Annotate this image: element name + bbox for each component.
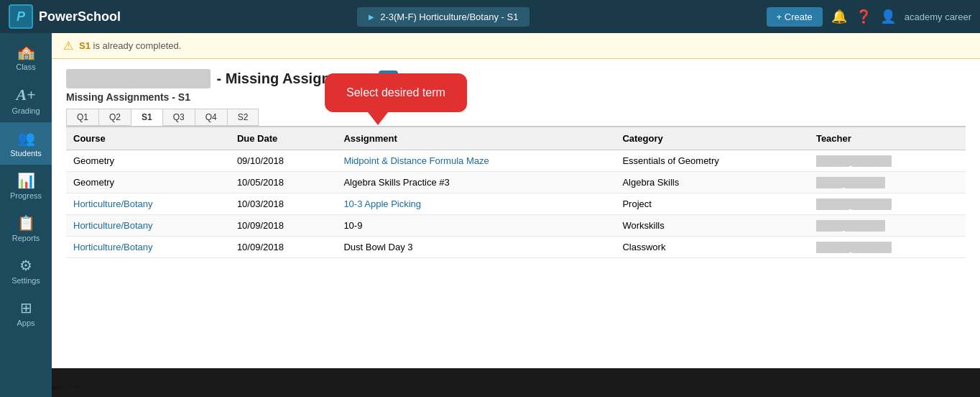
col-header-category: Category xyxy=(615,127,808,150)
cell-assignment[interactable]: Midpoint & Distance Formula Maze xyxy=(336,150,615,172)
table-row: Geometry10/05/2018Algebra Skills Practic… xyxy=(66,172,966,193)
cell-category: Workskills xyxy=(615,215,808,237)
cell-course[interactable]: Horticulture/Botany xyxy=(66,193,230,215)
col-header-duedate: Due Date xyxy=(230,127,337,150)
cell-category: Classwork xyxy=(615,237,808,258)
sidebar-label-reports: Reports xyxy=(12,234,40,242)
warning-bold: S1 xyxy=(79,40,91,51)
term-tab-q2[interactable]: Q2 xyxy=(98,109,131,126)
cell-teacher: █████ ██████ xyxy=(809,193,966,215)
cell-due-date: 10/05/2018 xyxy=(230,172,337,193)
apps-icon: ⊞ xyxy=(20,299,32,316)
class-icon: 🏫 xyxy=(17,43,35,60)
class-selector-button[interactable]: ▶ 2-3(M-F) Horticulture/Botany - S1 xyxy=(357,7,530,27)
cell-course[interactable]: Horticulture/Botany xyxy=(66,237,230,258)
create-button[interactable]: + Create xyxy=(767,7,823,27)
cell-course: Geometry xyxy=(66,172,230,193)
cell-course[interactable]: Horticulture/Botany xyxy=(66,215,230,237)
sidebar-label-progress: Progress xyxy=(10,191,42,200)
sidebar-item-grading[interactable]: A+ Grading xyxy=(0,78,52,122)
class-selector-area: ▶ 2-3(M-F) Horticulture/Botany - S1 xyxy=(128,7,759,27)
term-tab-q4[interactable]: Q4 xyxy=(195,109,227,126)
sidebar-item-reports[interactable]: 📋 Reports xyxy=(0,207,52,250)
class-selector-label: 2-3(M-F) Horticulture/Botany - S1 xyxy=(380,12,518,22)
cell-assignment: Dust Bowl Day 3 xyxy=(336,237,615,258)
play-icon: ▶ xyxy=(369,13,374,21)
sidebar-item-class[interactable]: 🏫 Class xyxy=(0,36,52,78)
user-label: academy career xyxy=(905,12,971,22)
warning-text: S1 is already completed. xyxy=(79,40,181,51)
sidebar-label-settings: Settings xyxy=(11,276,40,285)
table-header: Course Due Date Assignment Category Teac… xyxy=(66,127,966,150)
notifications-icon[interactable]: 🔔 xyxy=(831,9,847,24)
cell-assignment: Algebra Skills Practice #3 xyxy=(336,172,615,193)
col-header-course: Course xyxy=(66,127,230,150)
sidebar-label-apps: Apps xyxy=(17,319,34,327)
mountain-bar xyxy=(52,368,980,397)
grading-icon: A+ xyxy=(16,86,35,104)
warning-icon: ⚠ xyxy=(63,39,73,53)
table-row: Horticulture/Botany10/03/201810-3 Apple … xyxy=(66,193,966,215)
main-content: ⚠ S1 is already completed. Select desire… xyxy=(52,33,980,397)
app-name: PowerSchool xyxy=(39,9,121,24)
page-title-row: ██████ █████ - Missing Assignments ▾ xyxy=(66,69,966,88)
term-tab-s2[interactable]: S2 xyxy=(227,109,259,126)
cell-teacher: █████ ██████ xyxy=(809,237,966,258)
warning-banner: ⚠ S1 is already completed. xyxy=(52,33,980,59)
cell-assignment: 10-9 xyxy=(336,215,615,237)
cell-teacher: ████ ██████ xyxy=(809,215,966,237)
cell-course: Geometry xyxy=(66,150,230,172)
cell-teacher: ████ ██████ xyxy=(809,172,966,193)
sidebar-item-apps[interactable]: ⊞ Apps xyxy=(0,292,52,334)
assignments-table: Course Due Date Assignment Category Teac… xyxy=(66,126,966,258)
user-icon[interactable]: 👤 xyxy=(880,9,896,24)
main-layout: 🏫 Class A+ Grading 👥 Students 📊 Progress… xyxy=(0,33,980,397)
reports-icon: 📋 xyxy=(17,214,35,232)
cell-teacher: █████ ██████ xyxy=(809,150,966,172)
cell-due-date: 10/09/2018 xyxy=(230,215,337,237)
students-icon: 👥 xyxy=(17,129,35,147)
cell-category: Essentials of Geometry xyxy=(615,150,808,172)
col-header-teacher: Teacher xyxy=(809,127,966,150)
cell-due-date: 10/09/2018 xyxy=(230,237,337,258)
col-header-assignment: Assignment xyxy=(336,127,615,150)
sidebar-item-progress[interactable]: 📊 Progress xyxy=(0,165,52,207)
progress-icon: 📊 xyxy=(17,172,35,189)
cell-assignment[interactable]: 10-3 Apple Picking xyxy=(336,193,615,215)
sidebar-label-grading: Grading xyxy=(11,106,40,115)
sidebar-item-settings[interactable]: ⚙ Settings xyxy=(0,250,52,292)
subtitle: Missing Assignments - S1 xyxy=(66,91,966,103)
help-icon[interactable]: ❓ xyxy=(856,9,872,24)
content-area: Select desired term ██████ █████ - Missi… xyxy=(52,59,980,368)
settings-icon: ⚙ xyxy=(19,257,32,274)
term-tab-q3[interactable]: Q3 xyxy=(162,109,195,126)
powerschool-logo: P xyxy=(9,4,33,29)
student-name-blurred: ██████ █████ xyxy=(66,69,211,88)
sidebar: 🏫 Class A+ Grading 👥 Students 📊 Progress… xyxy=(0,33,52,397)
term-tab-q1[interactable]: Q1 xyxy=(66,109,98,126)
sidebar-label-class: Class xyxy=(16,63,36,71)
cell-due-date: 10/03/2018 xyxy=(230,193,337,215)
nav-actions: + Create 🔔 ❓ 👤 academy career xyxy=(767,7,971,27)
table-row: Geometry09/10/2018Midpoint & Distance Fo… xyxy=(66,150,966,172)
cell-category: Project xyxy=(615,193,808,215)
logo-area: P PowerSchool xyxy=(9,4,121,29)
sidebar-item-students[interactable]: 👥 Students xyxy=(0,122,52,165)
cell-category: Algebra Skills xyxy=(615,172,808,193)
cell-due-date: 09/10/2018 xyxy=(230,150,337,172)
table-row: Horticulture/Botany10/09/201810-9Workski… xyxy=(66,215,966,237)
table-body: Geometry09/10/2018Midpoint & Distance Fo… xyxy=(66,150,966,258)
top-nav: P PowerSchool ▶ 2-3(M-F) Horticulture/Bo… xyxy=(0,0,980,33)
tooltip-bubble: Select desired term xyxy=(325,73,467,112)
sidebar-label-students: Students xyxy=(10,149,41,158)
tooltip-text: Select desired term xyxy=(346,86,445,99)
table-row: Horticulture/Botany10/09/2018Dust Bowl D… xyxy=(66,237,966,258)
term-tabs: Q1 Q2 S1 Q3 Q4 S2 xyxy=(66,109,966,126)
term-tab-s1[interactable]: S1 xyxy=(131,109,162,126)
